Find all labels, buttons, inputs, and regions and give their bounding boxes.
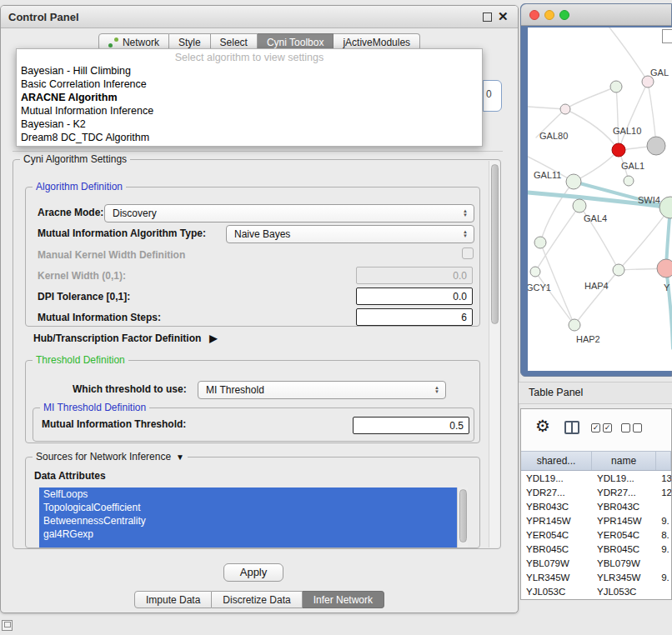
network-edge[interactable] bbox=[666, 268, 672, 348]
attribute-item-selfloops[interactable]: SelfLoops bbox=[39, 488, 457, 501]
table-cell: YLR345W bbox=[592, 572, 656, 582]
table-header-row: shared...name bbox=[521, 451, 671, 471]
minimize-button[interactable] bbox=[544, 10, 554, 20]
network-edge[interactable] bbox=[565, 109, 619, 150]
table-row[interactable]: YJL053CYJL053C bbox=[521, 584, 671, 598]
algorithm-option-aracne-algorithm[interactable]: ARACNE Algorithm bbox=[17, 91, 482, 104]
node-label: GAL10 bbox=[613, 126, 641, 136]
table-row[interactable]: YBL079WYBL079W bbox=[521, 556, 671, 570]
settings-scrollbar bbox=[489, 161, 499, 548]
network-canvas[interactable]: GALGAL80GAL10GAL11GAL1SWI4GAL4GCY1HAP4YH… bbox=[528, 28, 672, 371]
network-edge[interactable] bbox=[540, 182, 574, 242]
zoom-button[interactable] bbox=[559, 10, 569, 20]
dpi-tolerance-field[interactable]: 0.0 bbox=[356, 288, 473, 305]
network-node[interactable] bbox=[659, 197, 672, 218]
table-row[interactable]: YER054CYER054C8. bbox=[521, 528, 671, 542]
column-header-shared[interactable]: shared... bbox=[521, 452, 592, 470]
table-cell: YBR045C bbox=[592, 544, 656, 554]
column-header-2[interactable] bbox=[656, 452, 671, 470]
table-row[interactable]: YBR043CYBR043C bbox=[521, 499, 671, 513]
deselect-all-checkbox-icon[interactable] bbox=[633, 423, 642, 432]
close-icon[interactable]: ✕ bbox=[498, 9, 509, 24]
table-cell: YBR043C bbox=[521, 502, 592, 512]
table-row[interactable]: YDR27...YDR27...12 bbox=[521, 485, 671, 499]
table-row[interactable]: YDL19...YDL19...13 bbox=[521, 471, 671, 485]
network-node[interactable] bbox=[612, 143, 625, 157]
network-node[interactable] bbox=[613, 264, 624, 276]
network-edge[interactable] bbox=[648, 82, 656, 146]
network-icon bbox=[108, 38, 118, 48]
which-threshold-combo[interactable]: MI Threshold ▲▼ bbox=[198, 381, 446, 399]
network-edge[interactable] bbox=[574, 270, 619, 325]
tab-label: Network bbox=[123, 37, 159, 48]
network-node[interactable] bbox=[647, 137, 665, 155]
table-row[interactable]: YPR145WYPR145W9. bbox=[521, 513, 671, 528]
hub-factor-expander[interactable]: Hub/Transcription Factor Definition ▶ bbox=[33, 332, 218, 344]
network-node[interactable] bbox=[530, 267, 540, 277]
network-node[interactable] bbox=[610, 81, 622, 92]
table-cell: YBL079W bbox=[592, 558, 656, 568]
float-window-icon[interactable] bbox=[483, 12, 492, 22]
network-node[interactable] bbox=[624, 176, 634, 186]
expander-arrow-icon: ▶ bbox=[209, 332, 217, 344]
column-header-name[interactable]: name bbox=[592, 452, 656, 470]
network-edge[interactable] bbox=[528, 107, 565, 109]
threshold-definition-title: Threshold Definition bbox=[33, 354, 128, 366]
gear-icon[interactable]: ⚙ bbox=[535, 416, 550, 436]
apply-button[interactable]: Apply bbox=[223, 563, 283, 582]
mi-type-combo[interactable]: Naive Bayes ▲▼ bbox=[226, 225, 474, 243]
settings-scrollbar-thumb[interactable] bbox=[491, 164, 499, 324]
network-node[interactable] bbox=[642, 76, 654, 88]
bottom-tab-discretize-data[interactable]: Discretize Data bbox=[212, 591, 302, 608]
algorithm-option-mutual-information-inference[interactable]: Mutual Information Inference bbox=[17, 104, 482, 118]
table-cell: YER054C bbox=[521, 530, 592, 540]
algorithm-option-bayesian-k2[interactable]: Bayesian - K2 bbox=[17, 118, 482, 131]
table-cell: YPR145W bbox=[521, 516, 592, 526]
dock-panel-icon[interactable] bbox=[2, 620, 13, 631]
aracne-mode-combo[interactable]: Discovery ▲▼ bbox=[104, 204, 474, 222]
bottom-tab-impute-data[interactable]: Impute Data bbox=[134, 591, 212, 608]
deselect-all-checkbox-icon[interactable] bbox=[621, 423, 630, 432]
mi-threshold-group-title: MI Threshold Definition bbox=[40, 402, 149, 413]
table-cell: YBL079W bbox=[521, 558, 592, 568]
mi-threshold-field[interactable]: 0.5 bbox=[353, 417, 469, 434]
table-cell: YLR345W bbox=[521, 572, 592, 582]
mi-steps-field[interactable]: 6 bbox=[356, 308, 473, 326]
table-cell: YDL19... bbox=[592, 473, 656, 483]
attributes-scrollbar-thumb[interactable] bbox=[459, 489, 467, 542]
attribute-item-partial[interactable] bbox=[39, 541, 457, 548]
table-cell: 13 bbox=[656, 473, 671, 483]
table-row[interactable]: YLR345WYLR345W9. bbox=[521, 570, 671, 584]
select-all-checkbox-icon[interactable]: ✓ bbox=[603, 423, 612, 432]
table-cell: 9. bbox=[656, 572, 671, 582]
network-node[interactable] bbox=[534, 237, 546, 248]
table-panel-header: Table Panel bbox=[519, 382, 672, 404]
table-cell: 9. bbox=[656, 544, 671, 554]
attribute-item-betweennesscentrality[interactable]: BetweennessCentrality bbox=[39, 514, 457, 528]
network-edge[interactable] bbox=[619, 82, 648, 150]
attribute-item-gal4rgexp[interactable]: gal4RGexp bbox=[39, 528, 457, 541]
algorithm-definition-title: Algorithm Definition bbox=[33, 181, 126, 192]
network-edge[interactable] bbox=[616, 87, 619, 150]
bottom-tab-infer-network[interactable]: Infer Network bbox=[303, 591, 384, 608]
network-edge[interactable] bbox=[609, 28, 648, 82]
algorithm-option-dream8-dc-tdc-algorithm[interactable]: Dream8 DC_TDC Algorithm bbox=[17, 131, 482, 144]
sources-group-title[interactable]: Sources for Network Inference ▼ bbox=[33, 451, 188, 462]
algorithm-option-basic-correlation-inference[interactable]: Basic Correlation Inference bbox=[17, 78, 482, 91]
attribute-item-topologicalcoefficient[interactable]: TopologicalCoefficient bbox=[39, 501, 457, 514]
network-node[interactable] bbox=[560, 104, 570, 114]
network-overview-fragment bbox=[662, 29, 672, 43]
select-all-checkbox-icon[interactable]: ✓ bbox=[591, 423, 600, 432]
network-node[interactable] bbox=[573, 199, 586, 212]
network-edge[interactable] bbox=[574, 150, 619, 182]
close-button[interactable] bbox=[529, 10, 539, 20]
algorithm-option-bayesian-hill-climbing[interactable]: Bayesian - Hill Climbing bbox=[17, 64, 482, 78]
attributes-scrollbar bbox=[457, 488, 468, 548]
network-node[interactable] bbox=[569, 319, 580, 331]
network-node[interactable] bbox=[657, 259, 672, 278]
table-row[interactable]: YBR045CYBR045C9. bbox=[521, 542, 671, 556]
network-node[interactable] bbox=[566, 174, 581, 189]
network-edge[interactable] bbox=[565, 87, 616, 109]
columns-icon[interactable] bbox=[564, 421, 579, 434]
hidden-field-fragment: 0 bbox=[483, 80, 502, 112]
